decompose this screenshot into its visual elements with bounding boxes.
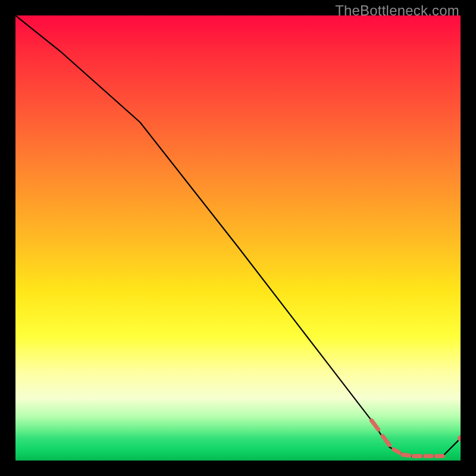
plot-area xyxy=(15,15,461,461)
optimal-region-dashes xyxy=(371,421,443,456)
optimal-dash xyxy=(394,449,399,452)
optimal-dash xyxy=(403,455,409,455)
optimal-dash xyxy=(371,421,378,430)
bottleneck-curve xyxy=(15,15,461,456)
optimal-dash xyxy=(383,436,389,445)
chart-frame: TheBottleneck.com xyxy=(0,0,476,476)
chart-svg xyxy=(15,15,461,461)
